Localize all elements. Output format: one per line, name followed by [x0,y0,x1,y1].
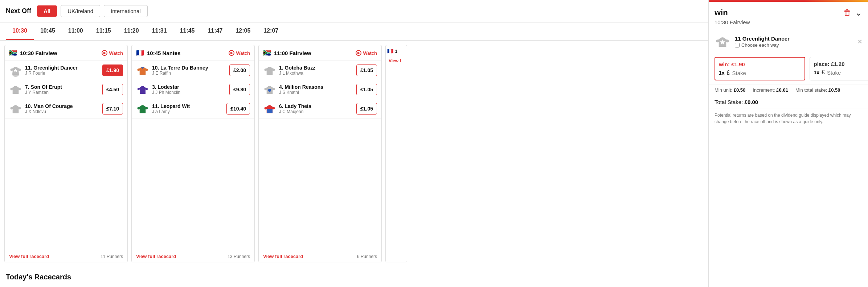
view-racecard-link[interactable]: View full racecard [263,254,303,259]
time-tab-1131[interactable]: 11:31 [146,22,173,40]
jersey-icon [9,64,22,77]
runner-jockey: J C Maujean [279,109,353,114]
place-stake-input-row: 1x £ [814,69,868,76]
odds-button-greenlight[interactable]: £1.90 [102,65,123,76]
odds-button-son-of-erupt[interactable]: £4.50 [102,84,123,95]
runner-name: 10. La Terre Du Banney [152,65,226,71]
view-racecard-link[interactable]: View full racecard [136,254,176,259]
jersey-icon [136,64,149,77]
watch-button[interactable]: ▶ Watch [102,50,123,56]
flag-south-africa: 🇿🇦 [9,49,17,57]
jersey-icon [263,83,276,96]
race-card-footer: View full racecard 11 Runners [5,251,127,262]
odds-button-lady-theia[interactable]: £1.05 [356,103,377,115]
bet-slip-header: win 🗑 ⌄ [709,2,868,19]
place-label: place: £1.20 [814,61,868,67]
odds-button-million-reasons[interactable]: £1.05 [356,84,377,95]
race-card-footer: View full racecard 13 Runners [132,251,254,262]
odds-button-la-terre[interactable]: £2.00 [229,65,250,76]
selection-name: 11 Greenlight Dancer [735,36,853,42]
runner-row: 11. Greenlight Dancer J R Fourie £1.90 [5,61,127,80]
odds-button-lodestar[interactable]: £9.80 [229,84,250,95]
race-card-header: 🇿🇦 11:00 Fairview ▶ Watch [259,45,381,61]
remove-selection-button[interactable]: × [857,37,862,46]
delete-bet-button[interactable]: 🗑 [843,8,851,18]
runner-jockey: J R Fourie [25,71,99,76]
time-tab-1207[interactable]: 12:07 [257,22,285,40]
partial-time: 1 [395,49,397,54]
runner-name: 7. Son Of Erupt [25,84,99,90]
stake-area: win: £1.90 1x £ place: £1.20 1x £ [709,53,868,84]
time-tab-1045[interactable]: 10:45 [34,22,62,40]
race-time-venue: 10:30 Fairview [20,50,57,56]
bet-info-row: Min unit: £0.50 Increment: £0.01 Min tot… [709,84,868,96]
bet-type-label: win [715,8,728,17]
jersey-icon [9,83,22,96]
left-panel: Next Off All UK/Ireland International 10… [0,0,708,287]
time-tab-1030[interactable]: 10:30 [6,22,34,40]
partial-view-link[interactable]: View f [386,57,407,65]
runner-row: 10. Man Of Courage J X Ndlovu £7.10 [5,99,127,118]
watch-button[interactable]: ▶ Watch [229,50,250,56]
odds-button-man-of-courage[interactable]: £7.10 [102,103,123,115]
international-button[interactable]: International [104,5,148,17]
runner-jockey: J Y Ramzan [25,90,99,95]
selection-row: 11 Greenlight Dancer Choose each way × [709,30,868,53]
runner-jockey: J A Lamy [152,109,224,114]
runner-info: 7. Son Of Erupt J Y Ramzan [25,84,99,95]
collapse-bet-button[interactable]: ⌄ [855,8,862,18]
runner-row: 10. La Terre Du Banney J E Raffin £2.00 [132,61,254,80]
partial-flag: 🇫🇷 [387,48,393,54]
jersey-icon [136,83,149,96]
watch-label: Watch [236,50,250,56]
jersey-icon [263,102,276,115]
all-button[interactable]: All [37,5,57,17]
odds-button-gotcha-buzz[interactable]: £1.05 [356,65,377,76]
runner-row: 11. Leopard Wit J A Lamy £10.40 [132,99,254,118]
svg-point-2 [268,89,271,92]
odds-button-leopard-wit[interactable]: £10.40 [226,103,250,115]
jersey-icon [136,102,149,115]
win-pound-icon: £ [727,70,730,76]
race-card-nantes-1045: 🇫🇷 10:45 Nantes ▶ Watch 10. La Terre Du … [131,45,255,262]
race-cards-area: 🇿🇦 10:30 Fairview ▶ Watch 11. Greenlight… [0,41,708,267]
uk-ireland-button[interactable]: UK/Ireland [61,5,100,17]
watch-label: Watch [363,50,377,56]
bet-race-name: 10:30 Fairview [709,19,868,30]
time-tab-1115[interactable]: 11:15 [90,22,118,40]
win-stake-input[interactable] [732,70,801,76]
view-racecard-link[interactable]: View full racecard [9,254,49,259]
runner-jockey: J J Ph Monclin [152,90,226,95]
selection-jersey-icon [715,34,730,50]
runner-name: 11. Greenlight Dancer [25,65,99,71]
runner-row: 7. Son Of Erupt J Y Ramzan £4.50 [5,80,127,99]
runner-row: 4. Million Reasons J S Khathi £1.05 [259,80,381,99]
runner-name: 11. Leopard Wit [152,103,224,109]
time-tab-1147[interactable]: 11:47 [201,22,229,40]
watch-button[interactable]: ▶ Watch [356,50,377,56]
win-stake-input-row: 1x £ [719,70,801,76]
runner-info: 10. La Terre Du Banney J E Raffin [152,65,226,76]
min-total-value: £0.50 [828,87,840,93]
time-tab-1100[interactable]: 11:00 [62,22,90,40]
runners-count: 11 Runners [101,254,123,259]
time-tab-1145[interactable]: 11:45 [173,22,201,40]
each-way-row: Choose each way [735,42,853,48]
next-off-label: Next Off [6,7,31,15]
race-card-footer: View full racecard 6 Runners [259,251,381,262]
time-tabs: 10:30 10:45 11:00 11:15 11:20 11:31 11:4… [0,22,708,41]
place-multiplier: 1x [814,70,819,75]
runner-info: 11. Leopard Wit J A Lamy [152,103,224,114]
time-tab-1205[interactable]: 12:05 [229,22,257,40]
min-unit-item: Min unit: £0.50 [715,87,745,93]
time-tab-1120[interactable]: 11:20 [118,22,146,40]
jersey-icon [9,102,22,115]
each-way-checkbox[interactable] [735,43,740,47]
top-bar: Next Off All UK/Ireland International [0,0,708,22]
runner-row: 6. Lady Theia J C Maujean £1.05 [259,99,381,118]
race-card-header-left: 🇿🇦 10:30 Fairview [9,49,57,57]
runner-name: 1. Gotcha Buzz [279,65,353,71]
selection-info: 11 Greenlight Dancer Choose each way [735,36,853,48]
place-stake-input[interactable] [827,70,868,76]
play-icon: ▶ [229,50,234,56]
